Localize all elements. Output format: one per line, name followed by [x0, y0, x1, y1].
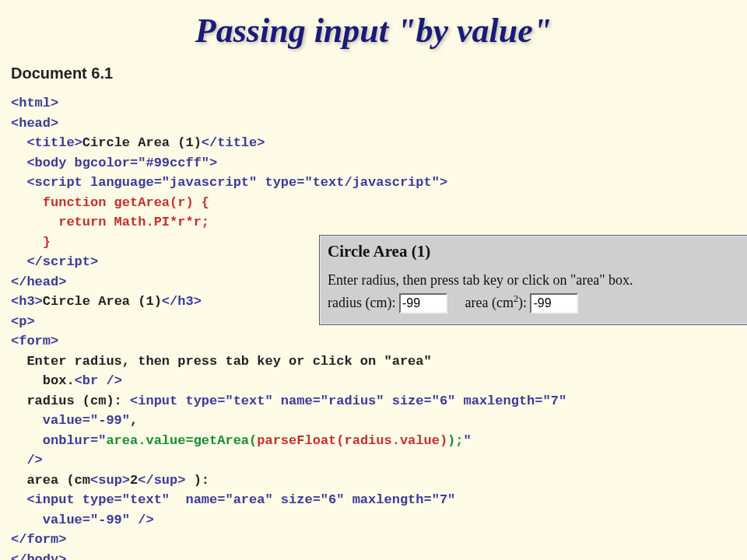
preview-form-row: radius (cm): area (cm2):	[328, 293, 747, 313]
code-line: <sup>	[90, 473, 130, 488]
area-label: area (cm2):	[465, 295, 530, 310]
preview-instruction: Enter radius, then press tab key or clic…	[328, 272, 747, 289]
code-line: area.value=getArea(	[106, 433, 257, 448]
code-line: box.	[11, 373, 75, 388]
code-line: radius (cm):	[11, 394, 130, 408]
code-line: <br />	[75, 373, 122, 388]
code-line: </title>	[202, 135, 265, 150]
code-line: </sup>	[138, 473, 193, 488]
code-block: <html> <head> <title>Circle Area (1)</ti…	[11, 93, 736, 560]
code-line: function getArea(r) {	[11, 195, 209, 210]
code-line: <input type="text" name="radius" size="6…	[130, 394, 566, 408]
radius-label: radius (cm):	[328, 295, 399, 310]
code-line: <p>	[11, 314, 35, 329]
code-line: Enter radius, then press tab key or clic…	[11, 354, 432, 369]
code-line: value="-99" />	[11, 513, 154, 527]
code-line: <form>	[11, 334, 58, 348]
code-line: ,	[130, 413, 138, 428]
code-line: <body bgcolor="#99ccff">	[11, 156, 217, 170]
code-line: </h3>	[162, 294, 202, 309]
code-line: <html>	[11, 96, 58, 110]
code-line: </script>	[11, 254, 98, 269]
code-line: <title>	[11, 135, 82, 150]
code-line: parseFloat(radius.value)	[257, 433, 447, 448]
radius-input[interactable]	[399, 293, 447, 313]
code-line: }	[11, 235, 51, 250]
code-line: </head>	[11, 275, 66, 289]
code-line: Circle Area (1)	[82, 135, 202, 150]
code-line: return Math.PI*r*r;	[11, 215, 209, 229]
area-input[interactable]	[530, 293, 578, 313]
slide-title: Passing input "by value"	[0, 11, 747, 51]
code-line: 2	[130, 473, 138, 488]
code-line: area (cm	[11, 473, 90, 488]
code-line: />	[11, 453, 43, 467]
code-line: </form>	[11, 532, 66, 547]
code-line: );	[447, 433, 463, 448]
code-line: </body>	[11, 552, 66, 561]
code-line: <script language="javascript" type="text…	[11, 175, 447, 190]
preview-title: Circle Area (1)	[328, 242, 747, 261]
code-line: "	[464, 433, 472, 448]
code-line: <head>	[11, 116, 58, 131]
code-line: value="-99"	[11, 413, 130, 428]
code-line: ):	[194, 473, 209, 488]
browser-preview: Circle Area (1) Enter radius, then press…	[319, 235, 747, 325]
code-line: Circle Area (1)	[43, 294, 162, 309]
code-line: <h3>	[11, 294, 43, 309]
code-line: onblur="	[11, 433, 106, 448]
code-line: <input type="text" name="area" size="6" …	[11, 492, 455, 507]
document-label: Document 6.1	[11, 65, 747, 82]
